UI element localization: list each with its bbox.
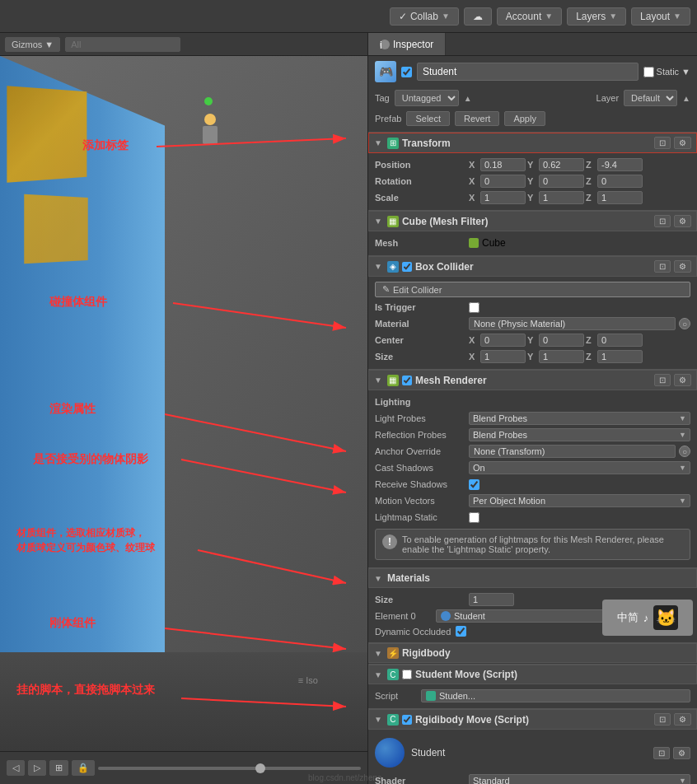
center-z-input[interactable] bbox=[597, 334, 643, 347]
collab-button[interactable]: ✓ Collab ▼ bbox=[390, 7, 459, 26]
cloud-button[interactable]: ☁ bbox=[464, 7, 492, 26]
layout-button[interactable]: Layout ▼ bbox=[631, 7, 690, 26]
tag-select[interactable]: Untagged bbox=[395, 90, 459, 106]
student-material-label: Student bbox=[411, 747, 445, 758]
layout-arrow: ▼ bbox=[673, 12, 681, 21]
box-collider-enabled[interactable] bbox=[402, 262, 412, 272]
dynamic-occluded-checkbox[interactable] bbox=[456, 626, 466, 637]
lightmap-static-checkbox[interactable] bbox=[469, 512, 479, 523]
x-label-size: X bbox=[469, 352, 479, 362]
cast-shadows-row: Cast Shadows On ▼ bbox=[368, 460, 697, 476]
rgidibody-copy-btn[interactable]: ⊡ bbox=[654, 713, 671, 726]
box-collider-copy-btn[interactable]: ⊡ bbox=[654, 260, 671, 273]
position-z-input[interactable] bbox=[597, 158, 643, 171]
student-move-header[interactable]: ▼ C Student Move (Script) bbox=[368, 665, 697, 684]
transform-settings-btn[interactable]: ⚙ bbox=[674, 137, 691, 149]
scale-y-item: Y bbox=[527, 191, 584, 204]
mesh-filter-copy-btn[interactable]: ⊡ bbox=[654, 215, 671, 227]
static-arrow[interactable]: ▼ bbox=[681, 67, 690, 77]
select-button[interactable]: Select bbox=[406, 111, 450, 126]
box-collider-settings-btn[interactable]: ⚙ bbox=[674, 260, 691, 273]
rgidibody-move-enabled[interactable] bbox=[402, 715, 412, 725]
green-ball bbox=[204, 97, 213, 105]
rgidibody-settings-btn[interactable]: ⚙ bbox=[674, 713, 691, 726]
layer-select[interactable]: Default bbox=[624, 90, 677, 106]
top-toolbar: ✓ Collab ▼ ☁ Account ▼ Layers ▼ Layout ▼ bbox=[0, 0, 697, 33]
transform-triangle: ▼ bbox=[374, 138, 382, 147]
z-label-center: Z bbox=[586, 335, 596, 345]
tab-bar: i Inspector bbox=[368, 33, 697, 56]
scene-view[interactable]: ≡ Iso 添加标签 碰撞体组件 渲染属性 是否接受别的物体阴影 材质组件，选取… bbox=[0, 56, 367, 751]
mesh-filter-settings-btn[interactable]: ⚙ bbox=[674, 215, 691, 227]
scale-xyz: X Y Z bbox=[469, 191, 690, 204]
inspector-tab-label: Inspector bbox=[393, 39, 433, 50]
size-z-input[interactable] bbox=[597, 350, 643, 363]
center-label: Center bbox=[375, 335, 465, 345]
center-x-input[interactable] bbox=[480, 334, 526, 347]
layers-button[interactable]: Layers ▼ bbox=[567, 7, 626, 26]
mesh-renderer-settings-btn[interactable]: ⚙ bbox=[674, 374, 691, 386]
size-xyz: X Y Z bbox=[469, 350, 690, 363]
mesh-renderer-copy-btn[interactable]: ⊡ bbox=[654, 374, 671, 386]
x-label-pos: X bbox=[469, 160, 479, 170]
static-checkbox[interactable] bbox=[643, 67, 654, 77]
position-y-input[interactable] bbox=[539, 158, 584, 171]
materials-header[interactable]: ▼ Materials bbox=[368, 568, 697, 588]
mesh-renderer-header[interactable]: ▼ ▦ Mesh Renderer ⊡ ⚙ bbox=[368, 370, 697, 390]
student-move-enabled[interactable] bbox=[402, 670, 412, 679]
student-material-settings-btn[interactable]: ⚙ bbox=[673, 747, 690, 759]
mesh-renderer-body: Lighting Light Probes Blend Probes ▼ Ref… bbox=[368, 390, 697, 567]
scene-search-input[interactable] bbox=[65, 37, 180, 52]
gizmos-button[interactable]: Gizmos ▼ bbox=[5, 37, 60, 52]
rotation-y-input[interactable] bbox=[539, 175, 584, 188]
position-row: Position X Y Z bbox=[368, 156, 697, 173]
reflection-probes-dropdown[interactable]: Blend Probes ▼ bbox=[469, 428, 690, 441]
materials-size-input[interactable] bbox=[469, 593, 514, 606]
cast-shadows-dropdown[interactable]: On ▼ bbox=[469, 461, 690, 474]
object-active-checkbox[interactable] bbox=[401, 67, 412, 77]
rigidbody-section: ▼ ⚡ Rigidbody bbox=[368, 642, 697, 663]
watermark: blog.csdn.net/zhena... bbox=[0, 773, 697, 782]
box-collider-header[interactable]: ▼ ◈ Box Collider ⊡ ⚙ bbox=[368, 256, 697, 277]
materials-title: Materials bbox=[387, 572, 691, 584]
inspector-panel: i Inspector 🎮 Static ▼ Tag Untagge bbox=[367, 33, 697, 784]
script-value: Studen... bbox=[421, 689, 690, 702]
mesh-filter-header[interactable]: ▼ ▦ Cube (Mesh Filter) ⊡ ⚙ bbox=[368, 211, 697, 231]
scene-slider-thumb bbox=[255, 763, 265, 773]
mesh-renderer-enabled[interactable] bbox=[402, 376, 412, 385]
size-x-input[interactable] bbox=[480, 350, 526, 363]
element0-label: Element 0 bbox=[375, 611, 433, 621]
tab-inspector[interactable]: i Inspector bbox=[368, 33, 446, 55]
apply-button[interactable]: Apply bbox=[504, 111, 545, 126]
is-trigger-checkbox[interactable] bbox=[469, 302, 479, 313]
position-x-input[interactable] bbox=[480, 158, 526, 171]
main-layout: Gizmos ▼ ≡ Iso 添加标签 碰撞体组件 bbox=[0, 33, 697, 784]
scale-z-input[interactable] bbox=[597, 191, 643, 204]
light-probes-dropdown[interactable]: Blend Probes ▼ bbox=[469, 412, 690, 425]
arrow-icon: ▲ bbox=[464, 94, 472, 103]
rigidbody-header[interactable]: ▼ ⚡ Rigidbody bbox=[368, 643, 697, 663]
lighting-row: Lighting bbox=[368, 394, 697, 410]
revert-button[interactable]: Revert bbox=[455, 111, 499, 126]
object-name-input[interactable] bbox=[417, 63, 639, 81]
scale-y-input[interactable] bbox=[539, 191, 584, 204]
rotation-z-input[interactable] bbox=[597, 175, 643, 188]
motion-vectors-dropdown[interactable]: Per Object Motion ▼ bbox=[469, 494, 690, 507]
receive-shadows-checkbox[interactable] bbox=[469, 479, 479, 490]
rotation-y-item: Y bbox=[527, 175, 584, 188]
scene-slider[interactable] bbox=[98, 767, 361, 770]
student-material-copy-btn[interactable]: ⊡ bbox=[653, 747, 670, 759]
size-y-input[interactable] bbox=[539, 350, 584, 363]
size-row: Size X Y Z bbox=[368, 348, 697, 365]
edit-collider-button[interactable]: ✎ Edit Collider bbox=[375, 282, 690, 297]
center-y-input[interactable] bbox=[539, 334, 584, 347]
collider-material-circle-btn[interactable]: ○ bbox=[679, 318, 690, 329]
scale-x-input[interactable] bbox=[480, 191, 526, 204]
transform-header[interactable]: ▼ ⊞ Transform ⊡ ⚙ bbox=[368, 133, 697, 153]
lighting-label: Lighting bbox=[375, 397, 465, 407]
account-button[interactable]: Account ▼ bbox=[497, 7, 562, 26]
anchor-override-circle-btn[interactable]: ○ bbox=[679, 446, 690, 457]
rgidibody-move-header[interactable]: ▼ C Rgidibody Move (Script) ⊡ ⚙ bbox=[368, 709, 697, 730]
rotation-x-input[interactable] bbox=[480, 175, 526, 188]
transform-copy-btn[interactable]: ⊡ bbox=[654, 137, 671, 149]
